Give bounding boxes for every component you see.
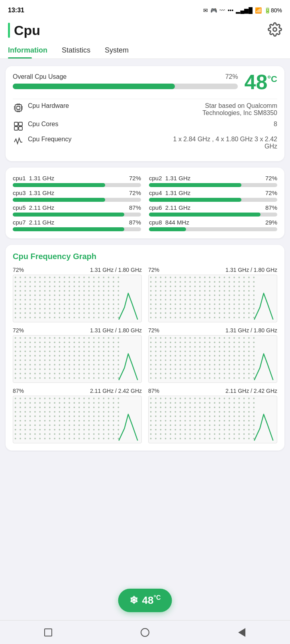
svg-point-786 (243, 355, 245, 357)
svg-point-671 (83, 377, 85, 379)
settings-button[interactable] (268, 22, 282, 38)
svg-point-96 (69, 290, 70, 292)
cpu-cores-icon (13, 121, 24, 132)
nav-back-button[interactable] (235, 625, 249, 640)
svg-point-900 (20, 398, 21, 399)
svg-point-634 (118, 368, 119, 370)
svg-point-1288 (223, 429, 225, 430)
svg-point-465 (44, 337, 46, 339)
core-name: cpu4 1.31 GHz (149, 189, 190, 196)
svg-point-697 (238, 337, 240, 339)
svg-point-30 (69, 277, 70, 278)
svg-point-1202 (233, 411, 235, 413)
svg-point-1169 (180, 406, 181, 408)
svg-point-861 (180, 373, 181, 375)
svg-point-87 (24, 290, 26, 292)
svg-point-760 (223, 351, 225, 352)
svg-point-926 (39, 402, 41, 404)
svg-point-642 (49, 373, 51, 375)
svg-point-1239 (199, 420, 201, 422)
svg-point-113 (44, 295, 46, 296)
svg-point-706 (174, 342, 176, 343)
svg-point-60 (108, 281, 110, 283)
svg-point-269 (189, 281, 191, 283)
svg-point-1329 (209, 438, 211, 439)
svg-point-1038 (49, 424, 51, 426)
svg-point-491 (64, 342, 65, 343)
svg-point-907 (54, 398, 55, 399)
core-pct: 72% (265, 175, 277, 181)
svg-point-988 (20, 416, 21, 417)
svg-point-651 (93, 373, 95, 375)
svg-point-562 (88, 355, 90, 357)
svg-point-1149 (189, 402, 191, 404)
svg-point-772 (174, 355, 176, 357)
nav-home-button[interactable] (138, 625, 152, 640)
tab-system[interactable]: System (105, 41, 137, 59)
svg-point-204 (59, 312, 61, 314)
core-bar-fill (13, 213, 124, 217)
svg-point-411 (238, 308, 240, 309)
svg-point-811 (150, 364, 152, 365)
svg-point-748 (165, 351, 167, 352)
svg-point-224 (49, 317, 51, 318)
svg-point-140 (69, 299, 70, 301)
nav-square-icon (44, 628, 52, 636)
svg-point-91 (44, 290, 46, 292)
svg-point-406 (214, 308, 216, 309)
svg-point-141 (74, 299, 75, 301)
svg-point-660 (29, 377, 31, 379)
svg-point-933 (74, 402, 75, 404)
svg-point-1064 (69, 429, 70, 430)
svg-point-255 (229, 277, 230, 278)
svg-point-1065 (74, 429, 75, 430)
svg-point-840 (184, 368, 186, 370)
tab-statistics[interactable]: Statistics (62, 41, 98, 59)
svg-point-228 (69, 317, 70, 318)
svg-point-203 (54, 312, 55, 314)
svg-point-175 (24, 308, 26, 309)
svg-point-353 (170, 299, 171, 301)
graph-pct: 72% (148, 327, 159, 334)
svg-point-929 (54, 402, 55, 404)
svg-point-1087 (74, 433, 75, 435)
svg-point-316 (204, 290, 206, 292)
svg-point-729 (180, 346, 181, 347)
svg-point-331 (170, 295, 171, 296)
svg-point-111 (34, 295, 36, 296)
svg-point-107 (15, 295, 16, 296)
svg-point-745 (150, 351, 152, 352)
svg-point-707 (180, 342, 181, 343)
svg-point-21 (24, 277, 26, 278)
svg-point-976 (69, 411, 70, 413)
svg-point-556 (59, 355, 61, 357)
svg-point-823 (209, 364, 211, 365)
svg-point-312 (184, 290, 186, 292)
svg-point-1047 (93, 424, 95, 426)
svg-point-102 (98, 290, 100, 292)
nav-square-button[interactable] (41, 625, 55, 640)
svg-point-361 (209, 299, 211, 301)
svg-point-978 (78, 411, 80, 413)
svg-point-806 (233, 359, 235, 361)
svg-point-899 (15, 398, 16, 399)
svg-point-991 (34, 416, 36, 417)
svg-point-625 (74, 368, 75, 370)
svg-point-503 (15, 346, 16, 347)
svg-point-84 (118, 285, 119, 287)
svg-point-483 (24, 342, 26, 343)
graph-freq: 2.11 GHz / 2.42 GHz (225, 388, 277, 394)
svg-point-1147 (180, 402, 181, 404)
svg-point-947 (34, 406, 36, 408)
svg-point-1302 (184, 433, 186, 435)
core-item-cpu6: cpu6 2.11 GHz 87% (149, 204, 277, 217)
svg-point-1253 (160, 424, 161, 426)
svg-point-787 (248, 355, 250, 357)
tab-information[interactable]: Information (8, 41, 55, 59)
svg-point-402 (194, 308, 196, 309)
svg-point-712 (204, 342, 206, 343)
svg-point-1161 (248, 402, 250, 404)
svg-point-539 (83, 351, 85, 352)
svg-point-477 (103, 337, 104, 339)
svg-point-210 (88, 312, 90, 314)
